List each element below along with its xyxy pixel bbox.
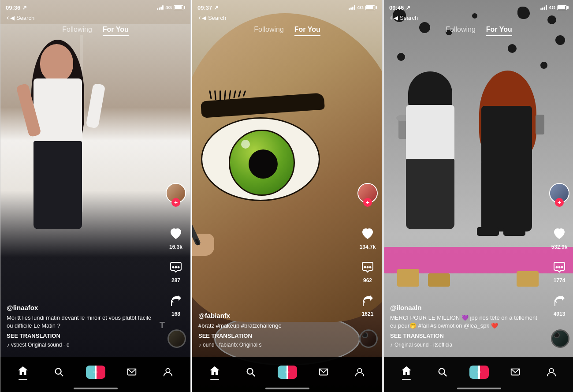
share-icon-2 [358, 291, 377, 310]
nav-search-1[interactable] [41, 366, 77, 378]
follow-btn-2[interactable]: + [363, 198, 372, 207]
plus-btn-3[interactable]: + [469, 366, 489, 379]
eye-white-2 [201, 117, 320, 201]
nav-tabs-1: Following For You [0, 22, 190, 38]
disc-art-2 [362, 332, 375, 345]
heart-icon-1 [167, 224, 185, 243]
phones-container: 09:36 ↗ 4G [0, 0, 573, 392]
nav-profile-3[interactable] [533, 366, 569, 378]
music-row-1: ♪ vsbest Original sound - c [7, 342, 156, 348]
nav-tabs-3: Following For You [384, 22, 573, 38]
bottom-nav-1: + [0, 357, 190, 392]
battery-tip-1 [184, 6, 185, 9]
top-1 [33, 78, 82, 145]
username-1[interactable]: @linaafox [7, 304, 156, 311]
nav-plus-3[interactable]: + [461, 366, 497, 379]
lash-4 [224, 90, 226, 100]
time-text-3: 09:46 [389, 4, 404, 11]
like-count-1: 16.3k [169, 244, 182, 250]
battery-body-2 [365, 5, 375, 10]
home-indicator-3 [457, 388, 501, 389]
nav-tabs-2: Following For You [192, 22, 382, 38]
home-indicator-2 [265, 388, 309, 389]
legs-w2 [481, 161, 532, 231]
nav-profile-2[interactable] [342, 366, 378, 378]
person-figure-1 [27, 44, 97, 265]
avatar-container-1[interactable]: + [166, 183, 186, 203]
comment-action-2[interactable]: 962 [358, 258, 377, 284]
tab-following-3[interactable]: Following [446, 24, 476, 36]
like-action-1[interactable]: 16.3k [167, 224, 185, 250]
comment-action-3[interactable]: 1774 [550, 258, 569, 284]
nav-inbox-3[interactable] [497, 366, 533, 378]
share-action-2[interactable]: 1621 [358, 291, 377, 317]
search-text-2: ◀ Search [202, 15, 226, 21]
nav-plus-1[interactable]: + [77, 366, 113, 379]
plus-icon-2: + [285, 367, 290, 377]
username-3[interactable]: @ilonaaln [390, 304, 539, 311]
see-translation-1[interactable]: SEE TRANSLATION [7, 332, 156, 339]
tab-following-2[interactable]: Following [254, 24, 284, 36]
nav-search-2[interactable] [233, 366, 269, 378]
woman-2 [468, 75, 552, 260]
plus-icon-3: + [476, 367, 482, 377]
share-action-3[interactable]: 4913 [550, 291, 569, 317]
location-arrow-2: ↗ [214, 4, 219, 11]
back-search-2[interactable]: ‹ ◀ Search [198, 14, 226, 22]
nav-home-3[interactable] [388, 365, 424, 380]
music-disc-inner-2 [362, 332, 368, 338]
like-action-2[interactable]: 134.7k [358, 224, 377, 250]
woman-1 [393, 75, 472, 260]
time-1: 09:36 ↗ [6, 4, 27, 11]
time-3: 09:46 ↗ [389, 4, 410, 11]
share-action-1[interactable]: 168 [167, 291, 185, 317]
caption-3: MERCI POUR LE MILLION 💜 jpp nos tête on … [390, 314, 539, 330]
svg-point-3 [56, 369, 61, 374]
bottom-content-2: @fabianfx #bratz #makeup #bratzchallenge… [192, 312, 353, 348]
profile-icon-2 [353, 366, 366, 378]
music-disc-inner-3 [554, 332, 560, 338]
tab-foryou-2[interactable]: For You [294, 24, 320, 36]
music-note-2: ♪ [198, 342, 201, 348]
right-actions-3: + 532.9k 17 [549, 183, 569, 317]
nav-home-2[interactable] [197, 365, 233, 380]
back-search-1[interactable]: ‹ ◀ Search [7, 14, 34, 22]
share-icon-3 [550, 291, 569, 310]
plus-btn-2[interactable]: + [278, 366, 297, 379]
tab-foryou-3[interactable]: For You [486, 24, 512, 36]
see-translation-2[interactable]: SEE TRANSLATION [198, 332, 347, 339]
search-icon-2 [245, 366, 257, 378]
like-action-3[interactable]: 532.9k [550, 224, 569, 250]
follow-btn-3[interactable]: + [555, 198, 564, 207]
nav-profile-1[interactable] [150, 366, 186, 378]
follow-btn-1[interactable]: + [171, 198, 180, 207]
nav-inbox-2[interactable] [305, 366, 342, 378]
see-translation-3[interactable]: SEE TRANSLATION [390, 332, 539, 339]
bar-1 [540, 8, 542, 10]
comment-action-1[interactable]: 287 [167, 258, 185, 284]
shoe-l-w2 [477, 227, 499, 236]
svg-point-9 [247, 369, 253, 374]
username-2[interactable]: @fabianfx [198, 312, 347, 319]
heart-icon-2 [358, 224, 377, 243]
nav-search-3[interactable] [424, 366, 461, 378]
music-note-3: ♪ [390, 342, 393, 348]
avatar-container-2[interactable]: + [357, 183, 378, 203]
search-icon-3 [436, 366, 449, 378]
confetti-9 [540, 62, 547, 69]
svg-line-4 [61, 373, 63, 376]
inbox-icon-1 [126, 366, 138, 378]
nav-plus-2[interactable]: + [269, 366, 305, 379]
nav-home-1[interactable] [5, 365, 41, 380]
tab-foryou-1[interactable]: For You [103, 24, 129, 36]
battery-fill-3 [558, 6, 565, 9]
avatar-container-3[interactable]: + [549, 183, 569, 203]
phone-3: 09:46 ↗ 4G [383, 0, 573, 392]
tab-following-1[interactable]: Following [62, 24, 92, 36]
plus-icon-1: + [93, 367, 98, 377]
music-disc-2 [359, 329, 378, 348]
back-search-3[interactable]: ‹ ◀ Search [390, 14, 418, 22]
nav-inbox-1[interactable] [114, 366, 150, 378]
comment-count-2: 962 [363, 277, 372, 284]
plus-btn-1[interactable]: + [86, 366, 105, 379]
